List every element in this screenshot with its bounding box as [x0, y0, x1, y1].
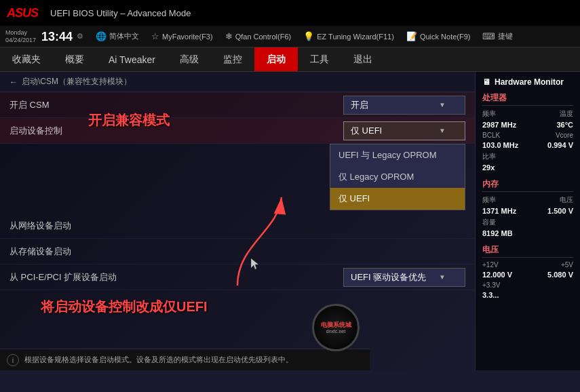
info-icon: i: [7, 354, 19, 366]
v5-value: 5.080 V: [547, 271, 573, 279]
nav-bar: 收藏夹 概要 Ai Tweaker 高级 监控 启动 工具 退出: [0, 47, 580, 72]
globe-icon: 🌐: [96, 31, 107, 41]
freq-label: 频率: [482, 109, 496, 119]
boot-device-value[interactable]: 仅 UEFI ▼: [343, 121, 465, 140]
nav-monitor[interactable]: 监控: [211, 47, 254, 71]
ratio-label: 比率: [482, 152, 496, 161]
hw-memory-section: 内存 频率 电压 1371 MHz 1.500 V 容量 8192 MB: [482, 178, 573, 237]
dropdown-option-uefi-only[interactable]: 仅 UEFI: [330, 188, 465, 210]
breadcrumb: ← 启动\CSM（兼容性支持模块）: [0, 72, 475, 92]
key-icon: ⌨: [482, 31, 495, 41]
nav-exit[interactable]: 退出: [341, 47, 385, 71]
myfavorite-button[interactable]: ☆ MyFavorite(F3): [151, 31, 213, 41]
mem-volt-label: 电压: [560, 195, 573, 205]
setting-row-network[interactable]: 从网络设备启动: [0, 213, 475, 239]
setting-row-boot-device[interactable]: 启动设备控制 仅 UEFI ▼: [0, 118, 475, 144]
storage-boot-label: 从存储设备启动: [9, 246, 465, 258]
monitor-icon: 🖥: [482, 77, 490, 87]
temp-value: 36°C: [556, 121, 573, 129]
ratio-value: 29x: [482, 163, 495, 172]
pcie-value[interactable]: UEFI 驱动设备优先 ▼: [343, 268, 465, 287]
nav-advanced[interactable]: 高级: [168, 47, 211, 71]
network-boot-label: 从网络设备启动: [9, 220, 465, 232]
vcore-value: 0.994 V: [547, 141, 573, 149]
v33-label: +3.3V: [482, 281, 500, 289]
fan-icon: ❄: [225, 31, 233, 41]
dropdown-arrow-icon: ▼: [439, 101, 446, 109]
nav-ai-tweaker[interactable]: Ai Tweaker: [96, 47, 168, 71]
boot-device-label: 启动设备控制: [9, 125, 343, 137]
breadcrumb-arrow: ←: [9, 77, 18, 87]
dropdown-arrow-icon3: ▼: [439, 273, 446, 281]
v33-value: 3.3...: [482, 291, 499, 299]
csm-label: 开启 CSM: [9, 99, 343, 111]
star-icon: ☆: [151, 31, 159, 41]
hw-voltage-title: 电压: [482, 244, 573, 258]
v5-label: +5V: [561, 261, 573, 269]
mem-cap-label: 容量: [482, 218, 496, 227]
left-panel: ← 启动\CSM（兼容性支持模块） 开启兼容模式 开启 CSM 开启 ▼ 启动设…: [0, 72, 475, 370]
setting-row-pcie[interactable]: 从 PCI-E/PCI 扩展设备启动 UEFI 驱动设备优先 ▼: [0, 264, 475, 290]
csm-dropdown[interactable]: 开启 ▼: [343, 96, 465, 115]
asus-logo: ASUS: [7, 6, 38, 20]
mem-cap-value: 8192 MB: [482, 229, 513, 237]
settings-area: 开启 CSM 开启 ▼ 启动设备控制 仅 UEFI ▼: [0, 92, 475, 144]
vcore-label: Vcore: [556, 132, 573, 139]
shortcut-button[interactable]: ⌨ 捷键: [482, 31, 513, 41]
qfan-button[interactable]: ❄ Qfan Control(F6): [225, 31, 292, 41]
mem-volt-value: 1.500 V: [547, 207, 573, 215]
boot-device-dropdown[interactable]: 仅 UEFI ▼: [343, 121, 465, 140]
note-icon: 📝: [406, 31, 417, 41]
gear-icon[interactable]: ⚙: [77, 32, 83, 41]
csm-value[interactable]: 开启 ▼: [343, 96, 465, 115]
hw-processor-section: 处理器 频率 温度 2987 MHz 36°C BCLK Vcore 103.0…: [482, 92, 573, 172]
date-display: Monday 04/24/2017: [5, 29, 36, 44]
language-selector[interactable]: 🌐 简体中文: [96, 31, 139, 41]
hardware-monitor-panel: 🖥 Hardware Monitor 处理器 频率 温度 2987 MHz 36…: [475, 72, 580, 370]
main-content: ← 启动\CSM（兼容性支持模块） 开启兼容模式 开启 CSM 开启 ▼ 启动设…: [0, 72, 580, 370]
temp-label: 温度: [560, 109, 573, 119]
bclk-label: BCLK: [482, 132, 500, 139]
bclk-value: 103.0 MHz: [482, 141, 518, 149]
hw-voltage-section: 电压 +12V +5V 12.000 V 5.080 V +3.3V 3.3..…: [482, 244, 573, 299]
quick-note-button[interactable]: 📝 Quick Note(F9): [406, 31, 471, 41]
bios-title: UEFI BIOS Utility – Advanced Mode: [50, 8, 573, 18]
nav-tools[interactable]: 工具: [298, 47, 341, 71]
dropdown-arrow-icon2: ▼: [439, 127, 446, 134]
annotation-bottom: 将启动设备控制改成仅UEFI: [41, 298, 208, 316]
nav-boot[interactable]: 启动: [254, 47, 298, 71]
mem-freq-label: 频率: [482, 195, 496, 205]
nav-overview[interactable]: 概要: [53, 47, 96, 71]
setting-row-csm[interactable]: 开启 CSM 开启 ▼: [0, 92, 475, 118]
dropdown-option-legacy[interactable]: 仅 Legacy OPROM: [330, 166, 465, 188]
lightbulb-icon: 💡: [303, 31, 314, 41]
pcie-dropdown[interactable]: UEFI 驱动设备优先 ▼: [343, 268, 465, 287]
settings-area-2: 从网络设备启动 从存储设备启动 从 PCI-E/PCI 扩展设备启动 UEFI …: [0, 213, 475, 290]
hw-memory-title: 内存: [482, 178, 573, 192]
ez-tuning-button[interactable]: 💡 EZ Tuning Wizard(F11): [303, 31, 394, 41]
nav-favorites[interactable]: 收藏夹: [0, 47, 53, 71]
setting-row-storage[interactable]: 从存储设备启动: [0, 239, 475, 264]
v12-label: +12V: [482, 261, 499, 269]
dropdown-option-uefi-legacy[interactable]: UEFI 与 Legacy OPROM: [330, 144, 465, 166]
freq-value: 2987 MHz: [482, 121, 516, 129]
mem-freq-value: 1371 MHz: [482, 207, 516, 215]
top-bar: ASUS UEFI BIOS Utility – Advanced Mode: [0, 0, 580, 26]
status-text: 根据设备规格选择设备启动模式。设备及所选的模式将出现在启动优先级列表中。: [24, 355, 293, 365]
hw-processor-title: 处理器: [482, 92, 573, 106]
status-bar: i 根据设备规格选择设备启动模式。设备及所选的模式将出现在启动优先级列表中。: [0, 349, 370, 370]
hw-monitor-title: 🖥 Hardware Monitor: [482, 77, 573, 87]
time-display: 13:44: [41, 31, 73, 43]
breadcrumb-text: 启动\CSM（兼容性支持模块）: [22, 76, 132, 87]
info-bar: Monday 04/24/2017 13:44 ⚙ 🌐 简体中文 ☆ MyFav…: [0, 26, 580, 47]
v12-value: 12.000 V: [482, 271, 512, 279]
pcie-boot-label: 从 PCI-E/PCI 扩展设备启动: [9, 271, 343, 283]
watermark: 电脑系统城 dnxtc.net: [309, 311, 363, 345]
boot-device-dropdown-menu[interactable]: UEFI 与 Legacy OPROM 仅 Legacy OPROM 仅 UEF…: [330, 144, 465, 210]
